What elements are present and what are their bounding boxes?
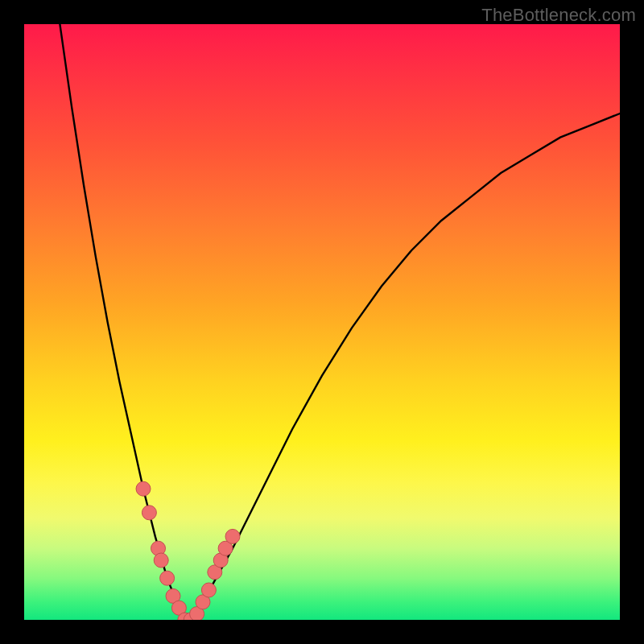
bottleneck-curve — [60, 24, 620, 620]
chart-svg — [24, 24, 620, 620]
marker-point — [142, 506, 156, 520]
marker-point — [160, 571, 175, 585]
marker-point — [154, 553, 168, 568]
marker-point — [201, 583, 216, 597]
markers-layer — [136, 481, 240, 620]
marker-point — [225, 529, 240, 543]
plot-area — [24, 24, 620, 620]
marker-point — [136, 481, 151, 496]
watermark-text: TheBottleneck.com — [481, 5, 636, 26]
curve-layer — [60, 24, 620, 620]
outer-frame: TheBottleneck.com — [0, 0, 644, 644]
